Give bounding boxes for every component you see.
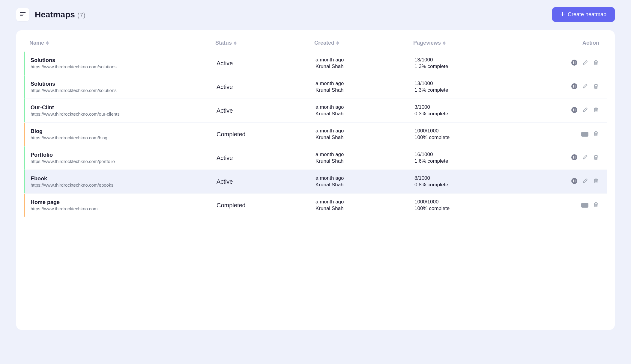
svg-rect-10 (573, 156, 574, 159)
row-pageviews-pct: 0.8% complete (414, 182, 519, 188)
disabled-action (581, 203, 588, 208)
row-pageviews-count: 1000/1000 (414, 199, 519, 205)
edit-button[interactable] (582, 84, 588, 90)
pause-button[interactable] (571, 178, 578, 185)
row-url: https://www.thirdrocktechkno.com (31, 206, 217, 211)
row-pageviews-pct: 100% complete (414, 206, 519, 212)
sort-caret-icon (443, 41, 446, 45)
pencil-icon (582, 60, 588, 67)
pause-icon (571, 154, 577, 161)
svg-rect-4 (573, 85, 574, 88)
svg-point-0 (571, 60, 577, 66)
table-row[interactable]: Ebookhttps://www.thirdrocktechkno.com/eb… (24, 170, 607, 194)
row-pageviews-pct: 1.6% complete (414, 158, 519, 164)
table-row[interactable]: Solutionshttps://www.thirdrocktechkno.co… (24, 75, 607, 99)
row-created-by: Krunal Shah (316, 158, 414, 164)
row-pageviews-count: 3/1000 (414, 104, 519, 110)
table-row[interactable]: Portfoliohttps://www.thirdrocktechkno.co… (24, 146, 607, 170)
svg-rect-1 (573, 61, 574, 64)
svg-point-6 (571, 107, 577, 113)
row-status: Active (217, 178, 316, 185)
menu-button[interactable] (16, 8, 29, 21)
row-url: https://www.thirdrocktechkno.com/blog (31, 135, 217, 140)
trash-icon (593, 178, 599, 185)
pencil-icon (582, 107, 588, 114)
delete-button[interactable] (593, 155, 599, 161)
delete-button[interactable] (593, 131, 599, 138)
header-status[interactable]: Status (215, 40, 237, 46)
delete-button[interactable] (593, 202, 599, 209)
row-status: Active (217, 107, 316, 114)
pause-button[interactable] (571, 155, 578, 161)
header-created[interactable]: Created (314, 40, 339, 46)
row-name: Blog (31, 128, 217, 135)
row-created-ago: a month ago (316, 81, 414, 87)
row-url: https://www.thirdrocktechkno.com/solutio… (31, 88, 217, 93)
row-created-ago: a month ago (316, 57, 414, 63)
row-created-by: Krunal Shah (316, 64, 414, 70)
table-row[interactable]: Our-Clinthttps://www.thirdrocktechkno.co… (24, 99, 607, 123)
row-created-ago: a month ago (316, 152, 414, 158)
table-row[interactable]: Home pagehttps://www.thirdrocktechkno.co… (24, 194, 607, 217)
pencil-icon (582, 83, 588, 90)
page-title: Heatmaps (7) (35, 10, 85, 19)
pause-button[interactable] (571, 84, 578, 90)
edit-button[interactable] (582, 178, 588, 185)
row-pageviews-count: 1000/1000 (414, 128, 519, 134)
page-title-text: Heatmaps (35, 10, 75, 19)
row-actions (519, 155, 602, 161)
row-pageviews-count: 8/1000 (414, 175, 519, 181)
row-status: Active (217, 155, 316, 161)
heatmaps-card: Name Status Created (16, 30, 615, 330)
row-name: Home page (31, 199, 217, 206)
row-status: Active (217, 84, 316, 90)
create-heatmap-button[interactable]: Create heatmap (552, 7, 615, 22)
row-status: Completed (217, 131, 316, 138)
pause-button[interactable] (571, 107, 578, 114)
edit-button[interactable] (582, 107, 588, 114)
edit-button[interactable] (582, 60, 588, 67)
svg-point-3 (571, 83, 577, 89)
pause-icon (571, 60, 577, 67)
row-name: Ebook (31, 176, 217, 182)
delete-button[interactable] (593, 84, 599, 90)
row-actions (519, 84, 602, 90)
row-pageviews-pct: 0.3% complete (414, 111, 519, 117)
table-row[interactable]: Solutionshttps://www.thirdrocktechkno.co… (24, 52, 607, 75)
header-name[interactable]: Name (29, 40, 49, 46)
page-title-count: (7) (77, 11, 85, 19)
row-pageviews-pct: 1.3% complete (414, 87, 519, 93)
header-name-label: Name (29, 40, 44, 46)
row-actions (519, 107, 602, 114)
row-created-by: Krunal Shah (316, 87, 414, 93)
delete-button[interactable] (593, 178, 599, 185)
header-pageviews[interactable]: Pageviews (413, 40, 446, 46)
pause-button[interactable] (571, 60, 578, 67)
trash-icon (593, 60, 599, 67)
row-url: https://www.thirdrocktechkno.com/ebooks (31, 182, 217, 188)
row-created-by: Krunal Shah (316, 206, 414, 212)
row-status: Active (217, 60, 316, 67)
row-created-by: Krunal Shah (316, 182, 414, 188)
trash-icon (593, 83, 599, 90)
pencil-icon (582, 178, 588, 185)
edit-button[interactable] (582, 155, 588, 161)
row-pageviews-count: 16/1000 (414, 152, 519, 158)
row-name: Solutions (31, 57, 217, 64)
sort-caret-icon (234, 41, 237, 45)
table-row[interactable]: Bloghttps://www.thirdrocktechkno.com/blo… (24, 123, 607, 146)
row-name: Our-Clint (31, 105, 217, 111)
svg-point-9 (571, 154, 577, 160)
row-actions (519, 131, 602, 138)
svg-rect-5 (575, 85, 576, 88)
row-status: Completed (217, 202, 316, 209)
row-url: https://www.thirdrocktechkno.com/portfol… (31, 159, 217, 164)
svg-point-12 (571, 178, 577, 184)
row-created-ago: a month ago (316, 104, 414, 110)
delete-button[interactable] (593, 60, 599, 67)
pause-icon (571, 178, 577, 185)
delete-button[interactable] (593, 107, 599, 114)
table-body: Solutionshttps://www.thirdrocktechkno.co… (16, 52, 615, 226)
sort-caret-icon (336, 41, 339, 45)
row-name: Solutions (31, 81, 217, 87)
